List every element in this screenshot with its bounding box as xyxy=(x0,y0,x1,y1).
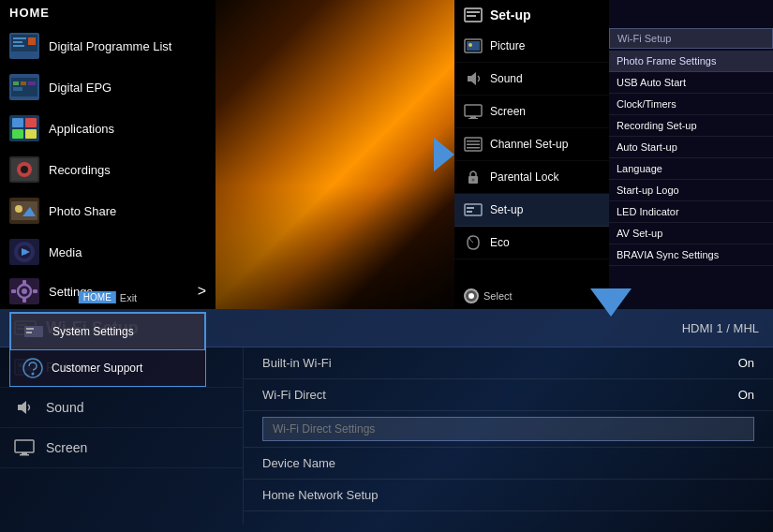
svg-rect-45 xyxy=(467,15,476,17)
photo-label: Photo Share xyxy=(49,204,116,218)
svg-rect-10 xyxy=(28,81,36,85)
clock-timers-item[interactable]: Clock/Timers xyxy=(609,94,773,115)
bottom-screen-item[interactable]: Screen xyxy=(0,428,243,468)
setup-item-screen[interactable]: Screen xyxy=(454,96,609,128)
svg-point-20 xyxy=(21,166,28,173)
setup-menu: Set-up Picture xyxy=(454,0,609,309)
svg-rect-59 xyxy=(465,204,482,215)
builtin-wifi-row[interactable]: Built-in Wi-Fi On xyxy=(244,347,773,379)
svg-rect-54 xyxy=(467,140,480,142)
setup-item-picture[interactable]: Picture xyxy=(454,30,609,63)
home-network-row[interactable]: Home Network Setup xyxy=(244,480,773,511)
svg-rect-70 xyxy=(15,440,34,452)
menu-item-recordings[interactable]: Recordings xyxy=(0,149,216,190)
photo-frame-item[interactable]: Photo Frame Settings xyxy=(609,51,773,72)
bottom-sound-item[interactable]: Sound xyxy=(0,388,243,428)
epg-icon xyxy=(9,72,39,102)
svg-rect-14 xyxy=(25,118,37,127)
hdmi-label: HDMI 1 / MHL xyxy=(682,321,759,335)
recording-setup-item[interactable]: Recording Set-up xyxy=(609,115,773,137)
channel-menu-label: Channel Set-up xyxy=(490,138,568,151)
select-circle-icon xyxy=(464,288,479,303)
bottom-right-settings: Built-in Wi-Fi On Wi-Fi Direct On Device… xyxy=(244,347,773,524)
menu-item-dpl[interactable]: Digital Programme List xyxy=(0,25,216,66)
eco-menu-label: Eco xyxy=(490,236,510,249)
startup-logo-item[interactable]: Start-up Logo xyxy=(609,180,773,201)
builtin-wifi-label: Built-in Wi-Fi xyxy=(262,356,332,370)
rec-icon xyxy=(9,155,39,185)
epg-label: Digital EPG xyxy=(49,81,111,95)
svg-rect-2 xyxy=(13,37,26,39)
dpl-label: Digital Programme List xyxy=(49,39,172,53)
sound-menu-icon xyxy=(464,69,483,88)
svg-rect-56 xyxy=(467,147,480,149)
svg-rect-13 xyxy=(12,118,23,127)
setup-item-sound[interactable]: Sound xyxy=(454,63,609,96)
arrow-down-container xyxy=(590,288,632,317)
submenu-system-settings[interactable]: System Settings xyxy=(10,313,205,350)
av-setup-item[interactable]: AV Set-up xyxy=(609,223,773,244)
language-item[interactable]: Language xyxy=(609,158,773,180)
builtin-wifi-value: On xyxy=(738,356,754,370)
svg-rect-5 xyxy=(28,37,36,45)
sound-menu-label: Sound xyxy=(490,72,523,85)
wifi-direct-label: Wi-Fi Direct xyxy=(262,388,326,402)
svg-rect-35 xyxy=(11,289,16,293)
system-settings-label: System Settings xyxy=(52,325,134,338)
select-label: Select xyxy=(483,290,513,302)
customer-support-label: Customer Support xyxy=(52,362,142,375)
svg-marker-69 xyxy=(18,401,26,414)
menu-item-epg[interactable]: Digital EPG xyxy=(0,66,216,108)
svg-rect-47 xyxy=(467,41,480,51)
svg-rect-22 xyxy=(11,201,37,220)
picture-menu-icon xyxy=(464,37,483,55)
led-indicator-item[interactable]: LED Indicator xyxy=(609,201,773,223)
system-settings-icon xyxy=(22,320,45,343)
lock-menu-icon xyxy=(464,168,483,186)
exit-text: Exit xyxy=(120,292,137,303)
svg-rect-34 xyxy=(22,298,26,303)
arrow-right-icon xyxy=(434,138,454,171)
menu-item-photo[interactable]: Photo Share xyxy=(0,190,216,231)
setup-item-setup[interactable]: Set-up xyxy=(454,194,609,227)
eco-menu-icon xyxy=(464,233,483,252)
arrow-down-icon xyxy=(590,288,632,317)
setup-item-eco[interactable]: Eco xyxy=(454,227,609,259)
setup-item-channel[interactable]: Channel Set-up xyxy=(454,128,609,161)
svg-rect-51 xyxy=(470,116,476,118)
wifi-direct-settings-input[interactable] xyxy=(262,417,754,441)
wifi-direct-row[interactable]: Wi-Fi Direct On xyxy=(244,379,773,411)
media-label: Media xyxy=(49,245,82,259)
wifi-setup-field[interactable]: Wi-Fi Setup xyxy=(609,28,773,49)
auto-startup-item[interactable]: Auto Start-up xyxy=(609,137,773,158)
svg-rect-61 xyxy=(467,211,472,213)
menu-item-media[interactable]: Media xyxy=(0,231,216,273)
menu-item-apps[interactable]: Applications xyxy=(0,108,216,149)
home-exit: HOME Exit xyxy=(79,291,137,303)
svg-rect-11 xyxy=(13,87,22,91)
submenu-customer-support[interactable]: Customer Support xyxy=(10,350,205,386)
svg-rect-9 xyxy=(21,81,26,85)
select-bar: Select xyxy=(464,288,513,303)
svg-rect-52 xyxy=(468,118,478,119)
wifi-direct-settings-row[interactable] xyxy=(244,411,773,448)
home-panel: HOME Digital Programme List xyxy=(0,0,216,309)
rec-label: Recordings xyxy=(49,163,111,177)
usb-auto-item[interactable]: USB Auto Start xyxy=(609,72,773,94)
svg-rect-72 xyxy=(20,454,29,456)
svg-rect-16 xyxy=(25,129,37,139)
svg-rect-33 xyxy=(22,280,26,285)
svg-marker-49 xyxy=(468,72,476,85)
svg-rect-36 xyxy=(33,289,37,293)
svg-point-23 xyxy=(15,205,22,213)
svg-rect-60 xyxy=(467,207,474,209)
setup-item-parental[interactable]: Parental Lock xyxy=(454,161,609,194)
bravia-sync-item[interactable]: BRAVIA Sync Settings xyxy=(609,244,773,266)
device-name-row[interactable]: Device Name xyxy=(244,448,773,480)
photo-icon xyxy=(9,196,39,226)
svg-rect-15 xyxy=(12,129,23,139)
setup-header: Set-up xyxy=(454,0,609,30)
svg-point-42 xyxy=(32,373,35,376)
svg-point-58 xyxy=(472,179,475,182)
apps-label: Applications xyxy=(49,122,114,136)
